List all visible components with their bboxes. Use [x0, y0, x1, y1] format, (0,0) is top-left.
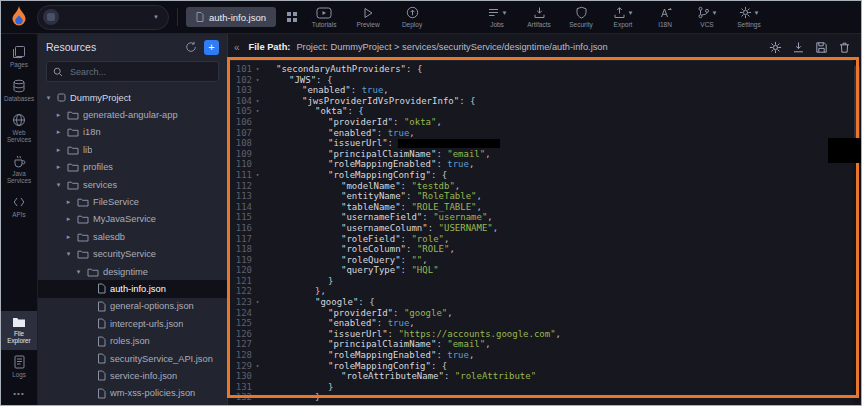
tree-item-MyJavaService[interactable]: ▸MyJavaService	[38, 211, 227, 228]
tree-item-securityService_API.json[interactable]: securityService_API.json	[38, 350, 227, 367]
fold-toggle-icon[interactable]: ▾	[252, 106, 263, 117]
chevron-right-icon[interactable]: ▸	[54, 111, 63, 119]
chevron-down-icon[interactable]: ▾	[64, 250, 73, 258]
tree-item-salesdb[interactable]: ▸salesdb	[38, 228, 227, 245]
artifacts-button[interactable]: Artifacts	[521, 6, 557, 28]
project-switcher[interactable]: ▼	[37, 5, 169, 30]
fold-toggle-icon[interactable]: ▾	[252, 64, 263, 75]
chevron-down-icon[interactable]: ▾	[44, 94, 53, 102]
line-number[interactable]: 108	[228, 138, 252, 149]
delete-trash-icon[interactable]	[838, 41, 851, 54]
line-number[interactable]: 116	[228, 223, 252, 234]
fold-toggle-icon[interactable]: ▾	[252, 170, 263, 181]
tree-item-services[interactable]: ▾services	[38, 176, 227, 193]
tree-item-FileService[interactable]: ▸FileService	[38, 193, 227, 210]
line-number[interactable]: 119	[228, 255, 252, 266]
line-number[interactable]: 112	[228, 181, 252, 192]
line-number[interactable]: 123	[228, 297, 252, 308]
line-number[interactable]: 131	[228, 382, 252, 393]
open-file-tab[interactable]: auth-info.json	[186, 7, 276, 27]
tree-item-service-info.json[interactable]: service-info.json	[38, 367, 227, 384]
line-number[interactable]: 106	[228, 117, 252, 128]
deploy-button[interactable]: Deploy	[394, 6, 430, 28]
tree-item-roles.json[interactable]: roles.json	[38, 332, 227, 349]
line-number[interactable]: 115	[228, 212, 252, 223]
chevron-down-icon[interactable]: ▾	[74, 268, 83, 276]
search-box[interactable]	[46, 61, 219, 82]
tree-item-i18n[interactable]: ▸i18n	[38, 124, 227, 141]
line-number[interactable]: 122	[228, 286, 252, 297]
sidebar-item-web-services[interactable]: Web Services	[1, 108, 37, 149]
tree-item-lib[interactable]: ▸lib	[38, 141, 227, 158]
line-number[interactable]: 107	[228, 128, 252, 139]
chevron-right-icon[interactable]: ▸	[64, 215, 73, 223]
refresh-icon[interactable]	[185, 41, 197, 53]
file-settings-gear-icon[interactable]	[769, 41, 782, 54]
line-number[interactable]: 121	[228, 276, 252, 287]
fold-toggle-icon[interactable]: ▾	[252, 297, 263, 308]
search-input[interactable]	[68, 66, 212, 78]
code-editor[interactable]: 101▾"secondaryAuthProviders": {102▾"JWS"…	[228, 61, 861, 406]
collapse-panel-icon[interactable]: «	[231, 42, 243, 53]
line-number[interactable]: 127	[228, 339, 252, 350]
line-number[interactable]: 124	[228, 308, 252, 319]
line-number[interactable]: 109	[228, 149, 252, 160]
tutorials-button[interactable]: Tutorials	[306, 6, 342, 28]
tree-item-generated-angular-app[interactable]: ▸generated-angular-app	[38, 106, 227, 123]
chevron-right-icon[interactable]: ▸	[64, 233, 73, 241]
security-button[interactable]: Security	[563, 6, 599, 28]
add-resource-button[interactable]: +	[204, 40, 219, 55]
sidebar-item-pages[interactable]: Pages	[1, 40, 37, 74]
tree-item-general-options.json[interactable]: general-options.json	[38, 298, 227, 315]
line-number[interactable]: 132	[228, 392, 252, 403]
apps-grid-icon[interactable]	[286, 11, 298, 23]
line-number[interactable]: 111	[228, 170, 252, 181]
jobs-button[interactable]: ▼ Jobs	[479, 6, 515, 28]
chevron-right-icon[interactable]: ▸	[54, 128, 63, 136]
fold-toggle-icon[interactable]: ▾	[252, 96, 263, 107]
tree-item-securityService[interactable]: ▾securityService	[38, 246, 227, 263]
line-number[interactable]: 110	[228, 159, 252, 170]
sidebar-item-logs[interactable]: Logs	[1, 350, 37, 384]
line-number[interactable]: 118	[228, 244, 252, 255]
tree-item-intercept-urls.json[interactable]: intercept-urls.json	[38, 315, 227, 332]
chevron-down-icon[interactable]: ▾	[54, 181, 63, 189]
line-number[interactable]: 126	[228, 329, 252, 340]
save-icon[interactable]	[815, 41, 828, 54]
fold-toggle-icon[interactable]: ▾	[252, 75, 263, 86]
line-number[interactable]: 101	[228, 64, 252, 75]
chevron-right-icon[interactable]: ▸	[64, 198, 73, 206]
line-number[interactable]: 104	[228, 96, 252, 107]
line-number[interactable]: 117	[228, 234, 252, 245]
tree-item-designtime[interactable]: ▾designtime	[38, 263, 227, 280]
tree-item-auth-info.json[interactable]: auth-info.json	[38, 280, 227, 297]
fold-toggle-icon[interactable]: ▾	[252, 361, 263, 372]
line-number[interactable]: 113	[228, 191, 252, 202]
chevron-right-icon[interactable]: ▸	[54, 146, 63, 154]
line-number[interactable]: 103	[228, 85, 252, 96]
line-number[interactable]: 130	[228, 371, 252, 382]
line-number[interactable]: 102	[228, 75, 252, 86]
tree-item-wm-xss-policies.json[interactable]: wm-xss-policies.json	[38, 385, 227, 402]
line-number[interactable]: 114	[228, 202, 252, 213]
export-button[interactable]: ▼ Export	[605, 6, 641, 28]
tree-item-profiles[interactable]: ▸profiles	[38, 159, 227, 176]
tree-item-DummyProject[interactable]: ▾DummyProject	[38, 89, 227, 106]
vcs-button[interactable]: ▼ VCS	[689, 6, 725, 28]
chevron-right-icon[interactable]: ▸	[54, 163, 63, 171]
line-number[interactable]: 125	[228, 318, 252, 329]
i18n-button[interactable]: I18N	[647, 6, 683, 28]
line-number[interactable]: 128	[228, 350, 252, 361]
line-number[interactable]: 129	[228, 361, 252, 372]
line-number[interactable]: 120	[228, 265, 252, 276]
sidebar-item-databases[interactable]: Databases	[1, 74, 37, 108]
sidebar-item-java-services[interactable]: Java Services	[1, 149, 37, 190]
app-logo-icon[interactable]	[9, 5, 31, 29]
settings-button[interactable]: ▼ Settings	[731, 6, 767, 28]
preview-button[interactable]: Preview	[350, 6, 386, 28]
download-icon[interactable]	[792, 41, 805, 54]
sidebar-item-more[interactable]: •••	[1, 384, 37, 404]
sidebar-item-apis[interactable]: APIs	[1, 190, 37, 224]
editor-scrollbar[interactable]	[853, 60, 861, 406]
line-number[interactable]: 105	[228, 106, 252, 117]
